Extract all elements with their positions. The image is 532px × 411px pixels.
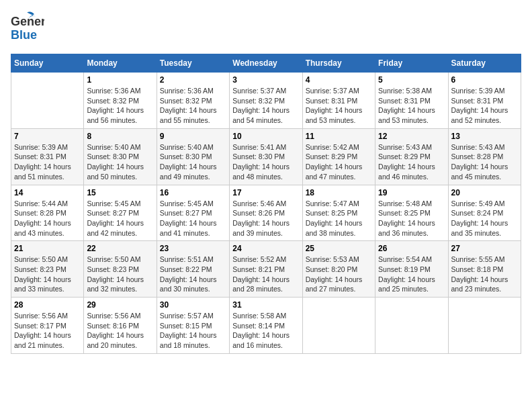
calendar-cell: 27Sunrise: 5:55 AM Sunset: 8:18 PM Dayli…: [448, 241, 521, 298]
day-info: Sunrise: 5:56 AM Sunset: 8:16 PM Dayligh…: [87, 311, 153, 351]
calendar-cell: 19Sunrise: 5:48 AM Sunset: 8:25 PM Dayli…: [375, 185, 448, 241]
day-number: 18: [306, 188, 372, 197]
calendar-cell: 26Sunrise: 5:54 AM Sunset: 8:19 PM Dayli…: [375, 241, 448, 298]
calendar-cell: 5Sunrise: 5:38 AM Sunset: 8:31 PM Daylig…: [375, 73, 448, 129]
day-info: Sunrise: 5:45 AM Sunset: 8:27 PM Dayligh…: [87, 199, 153, 238]
header-cell-friday: Friday: [375, 54, 448, 73]
calendar-cell: 11Sunrise: 5:42 AM Sunset: 8:29 PM Dayli…: [302, 128, 375, 185]
day-info: Sunrise: 5:40 AM Sunset: 8:30 PM Dayligh…: [87, 142, 153, 182]
calendar-week-2: 14Sunrise: 5:44 AM Sunset: 8:28 PM Dayli…: [11, 185, 521, 241]
day-number: 12: [378, 132, 445, 141]
calendar-cell: 6Sunrise: 5:39 AM Sunset: 8:31 PM Daylig…: [448, 73, 521, 129]
calendar-cell: 31Sunrise: 5:58 AM Sunset: 8:14 PM Dayli…: [230, 298, 302, 354]
day-number: 4: [306, 75, 372, 85]
day-number: 6: [451, 75, 518, 85]
calendar-week-1: 7Sunrise: 5:39 AM Sunset: 8:31 PM Daylig…: [11, 128, 521, 185]
header-cell-thursday: Thursday: [302, 54, 375, 73]
calendar-cell: [375, 298, 448, 354]
day-number: 7: [14, 132, 81, 141]
header-cell-saturday: Saturday: [448, 54, 521, 73]
calendar-cell: 23Sunrise: 5:51 AM Sunset: 8:22 PM Dayli…: [157, 241, 229, 298]
day-info: Sunrise: 5:50 AM Sunset: 8:23 PM Dayligh…: [87, 255, 153, 294]
calendar-cell: [11, 73, 84, 129]
logo: General Blue: [11, 11, 44, 47]
day-info: Sunrise: 5:44 AM Sunset: 8:28 PM Dayligh…: [14, 199, 81, 238]
day-info: Sunrise: 5:52 AM Sunset: 8:21 PM Dayligh…: [232, 255, 299, 294]
day-number: 30: [160, 300, 226, 310]
calendar-cell: 29Sunrise: 5:56 AM Sunset: 8:16 PM Dayli…: [84, 298, 157, 354]
day-number: 3: [232, 75, 299, 85]
day-info: Sunrise: 5:47 AM Sunset: 8:25 PM Dayligh…: [306, 199, 372, 238]
day-info: Sunrise: 5:49 AM Sunset: 8:24 PM Dayligh…: [451, 199, 518, 238]
calendar-cell: 20Sunrise: 5:49 AM Sunset: 8:24 PM Dayli…: [448, 185, 521, 241]
day-number: 23: [160, 244, 226, 253]
calendar-cell: 24Sunrise: 5:52 AM Sunset: 8:21 PM Dayli…: [230, 241, 302, 298]
day-info: Sunrise: 5:51 AM Sunset: 8:22 PM Dayligh…: [160, 255, 226, 294]
day-info: Sunrise: 5:45 AM Sunset: 8:27 PM Dayligh…: [160, 199, 226, 238]
svg-text:General: General: [11, 15, 44, 28]
calendar-week-3: 21Sunrise: 5:50 AM Sunset: 8:23 PM Dayli…: [11, 241, 521, 298]
day-number: 5: [378, 75, 445, 85]
day-number: 17: [232, 188, 299, 197]
calendar-cell: 28Sunrise: 5:56 AM Sunset: 8:17 PM Dayli…: [11, 298, 84, 354]
day-number: 16: [160, 188, 226, 197]
calendar-header-row: SundayMondayTuesdayWednesdayThursdayFrid…: [11, 54, 521, 73]
calendar-cell: [302, 298, 375, 354]
day-info: Sunrise: 5:43 AM Sunset: 8:29 PM Dayligh…: [378, 142, 445, 182]
day-number: 2: [160, 75, 226, 85]
calendar-cell: 14Sunrise: 5:44 AM Sunset: 8:28 PM Dayli…: [11, 185, 84, 241]
day-info: Sunrise: 5:37 AM Sunset: 8:32 PM Dayligh…: [232, 86, 299, 126]
calendar-cell: 1Sunrise: 5:36 AM Sunset: 8:32 PM Daylig…: [84, 73, 157, 129]
calendar-cell: 12Sunrise: 5:43 AM Sunset: 8:29 PM Dayli…: [375, 128, 448, 185]
header-cell-monday: Monday: [84, 54, 157, 73]
calendar-cell: 16Sunrise: 5:45 AM Sunset: 8:27 PM Dayli…: [157, 185, 229, 241]
calendar-cell: 2Sunrise: 5:36 AM Sunset: 8:32 PM Daylig…: [157, 73, 229, 129]
calendar-cell: 30Sunrise: 5:57 AM Sunset: 8:15 PM Dayli…: [157, 298, 229, 354]
calendar-cell: 7Sunrise: 5:39 AM Sunset: 8:31 PM Daylig…: [11, 128, 84, 185]
day-info: Sunrise: 5:48 AM Sunset: 8:25 PM Dayligh…: [378, 199, 445, 238]
day-info: Sunrise: 5:53 AM Sunset: 8:20 PM Dayligh…: [306, 255, 372, 294]
day-info: Sunrise: 5:46 AM Sunset: 8:26 PM Dayligh…: [232, 199, 299, 238]
calendar-cell: 8Sunrise: 5:40 AM Sunset: 8:30 PM Daylig…: [84, 128, 157, 185]
day-number: 19: [378, 188, 445, 197]
calendar-week-0: 1Sunrise: 5:36 AM Sunset: 8:32 PM Daylig…: [11, 73, 521, 129]
day-number: 31: [232, 300, 299, 310]
day-info: Sunrise: 5:41 AM Sunset: 8:30 PM Dayligh…: [232, 142, 299, 182]
day-info: Sunrise: 5:56 AM Sunset: 8:17 PM Dayligh…: [14, 311, 81, 351]
header-cell-tuesday: Tuesday: [157, 54, 229, 73]
day-info: Sunrise: 5:54 AM Sunset: 8:19 PM Dayligh…: [378, 255, 445, 294]
calendar-cell: 22Sunrise: 5:50 AM Sunset: 8:23 PM Dayli…: [84, 241, 157, 298]
calendar-cell: 18Sunrise: 5:47 AM Sunset: 8:25 PM Dayli…: [302, 185, 375, 241]
day-info: Sunrise: 5:50 AM Sunset: 8:23 PM Dayligh…: [14, 255, 81, 294]
day-number: 15: [87, 188, 153, 197]
calendar-cell: 25Sunrise: 5:53 AM Sunset: 8:20 PM Dayli…: [302, 241, 375, 298]
calendar-cell: 4Sunrise: 5:37 AM Sunset: 8:31 PM Daylig…: [302, 73, 375, 129]
day-info: Sunrise: 5:39 AM Sunset: 8:31 PM Dayligh…: [451, 86, 518, 126]
day-number: 25: [306, 244, 372, 253]
day-number: 13: [451, 132, 518, 141]
day-info: Sunrise: 5:57 AM Sunset: 8:15 PM Dayligh…: [160, 311, 226, 351]
day-number: 9: [160, 132, 226, 141]
calendar-cell: 13Sunrise: 5:43 AM Sunset: 8:28 PM Dayli…: [448, 128, 521, 185]
calendar-cell: 3Sunrise: 5:37 AM Sunset: 8:32 PM Daylig…: [230, 73, 302, 129]
day-info: Sunrise: 5:43 AM Sunset: 8:28 PM Dayligh…: [451, 142, 518, 182]
header-cell-wednesday: Wednesday: [230, 54, 302, 73]
day-info: Sunrise: 5:36 AM Sunset: 8:32 PM Dayligh…: [160, 86, 226, 126]
header-cell-sunday: Sunday: [11, 54, 84, 73]
day-number: 24: [232, 244, 299, 253]
day-number: 11: [306, 132, 372, 141]
day-info: Sunrise: 5:37 AM Sunset: 8:31 PM Dayligh…: [306, 86, 372, 126]
day-number: 20: [451, 188, 518, 197]
day-info: Sunrise: 5:38 AM Sunset: 8:31 PM Dayligh…: [378, 86, 445, 126]
day-info: Sunrise: 5:55 AM Sunset: 8:18 PM Dayligh…: [451, 255, 518, 294]
calendar-cell: 21Sunrise: 5:50 AM Sunset: 8:23 PM Dayli…: [11, 241, 84, 298]
day-info: Sunrise: 5:36 AM Sunset: 8:32 PM Dayligh…: [87, 86, 153, 126]
calendar-cell: 10Sunrise: 5:41 AM Sunset: 8:30 PM Dayli…: [230, 128, 302, 185]
day-number: 29: [87, 300, 153, 310]
calendar-cell: 9Sunrise: 5:40 AM Sunset: 8:30 PM Daylig…: [157, 128, 229, 185]
day-number: 10: [232, 132, 299, 141]
day-number: 14: [14, 188, 81, 197]
day-info: Sunrise: 5:40 AM Sunset: 8:30 PM Dayligh…: [160, 142, 226, 182]
day-number: 8: [87, 132, 153, 141]
calendar-body: 1Sunrise: 5:36 AM Sunset: 8:32 PM Daylig…: [11, 73, 521, 354]
